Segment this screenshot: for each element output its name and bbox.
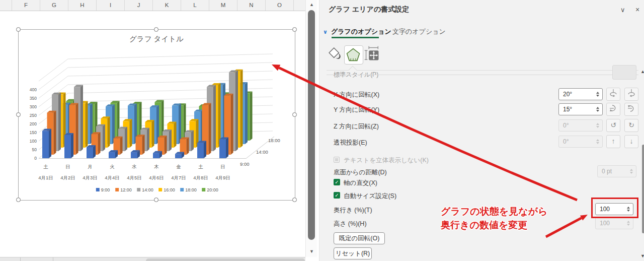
- column-header-O[interactable]: O: [266, 0, 294, 11]
- column-header-M[interactable]: M: [209, 0, 237, 11]
- svg-text:火: 火: [110, 164, 115, 169]
- reset-button[interactable]: リセット(R): [334, 247, 372, 259]
- svg-text:月: 月: [88, 164, 93, 169]
- scrollbar-divider: [53, 257, 53, 261]
- svg-text:20:00: 20:00: [207, 187, 218, 192]
- column-header-L[interactable]: L: [181, 0, 209, 11]
- scrollbar-divider: [20, 257, 21, 261]
- autoscale-checkbox[interactable]: ✓: [334, 192, 340, 199]
- sheet-vertical-scrollbar[interactable]: ▲ ▼: [305, 0, 317, 257]
- column-header-J[interactable]: J: [125, 0, 153, 11]
- collapse-pane-icon[interactable]: ∨: [620, 6, 625, 14]
- rotate-x-spinner[interactable]: 20°: [558, 88, 603, 100]
- column-header-F[interactable]: F: [12, 0, 40, 11]
- svg-text:木: 木: [154, 164, 159, 169]
- 3d-column-chart[interactable]: 0501001502002503003504009:0014:0018:00土日…: [19, 30, 295, 200]
- scroll-down-icon[interactable]: ▼: [306, 249, 317, 254]
- svg-text:4月6日: 4月6日: [149, 175, 164, 180]
- tab-text-options[interactable]: 文字のオプション: [392, 27, 446, 36]
- svg-text:4月4日: 4月4日: [105, 175, 120, 180]
- svg-text:14:00: 14:00: [142, 187, 153, 192]
- rotate-x-up-icon[interactable]: [606, 103, 620, 116]
- svg-text:土: 土: [43, 164, 48, 169]
- svg-text:水: 水: [131, 164, 137, 169]
- selection-handle-middle-left[interactable]: [16, 112, 21, 117]
- svg-text:14:00: 14:00: [256, 149, 268, 155]
- column-headers[interactable]: FGHIJKLMNO: [0, 0, 305, 11]
- rotate-z-spinner: 0°: [558, 119, 603, 132]
- selection-handle-top-middle[interactable]: [154, 27, 158, 32]
- pane-scroll-down-icon[interactable]: ▼: [640, 253, 644, 258]
- rotate-z-cw-icon[interactable]: ↻: [624, 119, 638, 132]
- fill-and-line-icon[interactable]: [327, 45, 345, 63]
- column-header-K[interactable]: K: [153, 0, 181, 11]
- svg-text:0: 0: [34, 156, 37, 161]
- spin-down-icon[interactable]: [596, 95, 599, 97]
- sheet-vertical-scrollbar-thumb[interactable]: [308, 10, 315, 240]
- perspective-label: 透視投影(E): [334, 139, 367, 147]
- effects-icon[interactable]: [344, 45, 363, 64]
- pane-scrollbar-thumb[interactable]: [642, 145, 644, 233]
- svg-text:4月8日: 4月8日: [193, 175, 208, 180]
- spin-up-icon[interactable]: [596, 92, 599, 94]
- column-header-H[interactable]: H: [68, 0, 97, 11]
- size-properties-icon[interactable]: [364, 45, 382, 63]
- svg-text:9:00: 9:00: [101, 187, 110, 192]
- default-rotation-button[interactable]: 既定の回転(O): [334, 232, 385, 244]
- highlight-rectangle: [591, 198, 638, 218]
- selection-handle-top-left[interactable]: [16, 27, 21, 32]
- pane-scroll-up-icon[interactable]: ▲: [640, 69, 644, 74]
- keep-text-flat-checkbox: [334, 157, 340, 163]
- svg-text:日: 日: [220, 164, 225, 169]
- svg-text:150: 150: [30, 130, 37, 135]
- height-percent-spinner: 100: [595, 217, 633, 229]
- svg-text:4月9日: 4月9日: [215, 175, 230, 180]
- rotate-y-spinner[interactable]: 15°: [558, 103, 603, 115]
- horizontal-scrollbar-thumb[interactable]: [146, 258, 305, 261]
- selection-handle-bottom-right[interactable]: [292, 198, 297, 202]
- selection-handle-middle-right[interactable]: [292, 112, 297, 117]
- svg-text:12:00: 12:00: [120, 187, 132, 192]
- column-header-N[interactable]: N: [237, 0, 266, 11]
- perspective-spinner: 0°: [558, 136, 603, 148]
- spin-down-icon[interactable]: [596, 110, 599, 112]
- keep-text-flat-label: テキストを立体表示しない(K): [344, 156, 429, 165]
- right-angle-axes-checkbox[interactable]: ✓: [334, 179, 340, 185]
- rotate-y-left-icon[interactable]: [606, 88, 620, 101]
- tab-chart-options[interactable]: グラフのオプション: [331, 27, 391, 36]
- selection-handle-top-right[interactable]: [292, 27, 297, 32]
- column-header-G[interactable]: G: [40, 0, 68, 11]
- active-tab-underline: [332, 37, 379, 38]
- spin-up-icon[interactable]: [596, 107, 599, 109]
- perspective-widen-icon[interactable]: ↓: [624, 135, 638, 148]
- annotation-line2: 奥行きの数値を変更: [441, 218, 548, 232]
- column-header-I[interactable]: I: [97, 0, 125, 11]
- perspective-narrow-icon[interactable]: ↑: [606, 135, 620, 148]
- svg-text:16:00: 16:00: [164, 187, 175, 192]
- selection-handle-bottom-left[interactable]: [16, 198, 21, 202]
- close-pane-icon[interactable]: ×: [635, 6, 639, 14]
- scroll-up-icon[interactable]: ▲: [306, 2, 317, 7]
- svg-text:日: 日: [65, 164, 70, 169]
- svg-text:グラフ タイトル: グラフ タイトル: [129, 35, 184, 43]
- distance-from-ground-label: 底面からの距離(D): [334, 168, 387, 177]
- pane-title: グラフ エリアの書式設定: [329, 5, 409, 14]
- selection-handle-bottom-middle[interactable]: [154, 198, 158, 202]
- height-percent-label: 高さ (%)(H): [334, 220, 367, 228]
- spin-down-icon: [596, 142, 599, 144]
- chart-area[interactable]: 0501001502002503003504009:0014:0018:00土日…: [18, 29, 295, 201]
- column-header-partial[interactable]: [0, 0, 12, 11]
- rotate-z-ccw-icon[interactable]: ↺: [606, 119, 620, 132]
- rotate-x-down-icon[interactable]: [624, 103, 638, 116]
- spin-down-icon: [630, 172, 633, 174]
- rotate-z-label: Z 方向に回転(Z): [334, 122, 379, 131]
- svg-text:4月5日: 4月5日: [127, 175, 142, 180]
- worksheet[interactable]: FGHIJKLMNO 0501001502002503003504009:001…: [0, 0, 305, 261]
- rotate-x-label: X 方向に回転(X): [334, 91, 379, 99]
- rotate-y-right-icon[interactable]: [624, 88, 638, 101]
- distance-from-ground-spinner: 0 pt: [597, 165, 636, 177]
- distance-from-ground-value: 0 pt: [602, 168, 612, 175]
- horizontal-scrollbar[interactable]: [0, 257, 305, 261]
- svg-text:350: 350: [30, 96, 37, 101]
- spin-down-icon: [596, 126, 599, 128]
